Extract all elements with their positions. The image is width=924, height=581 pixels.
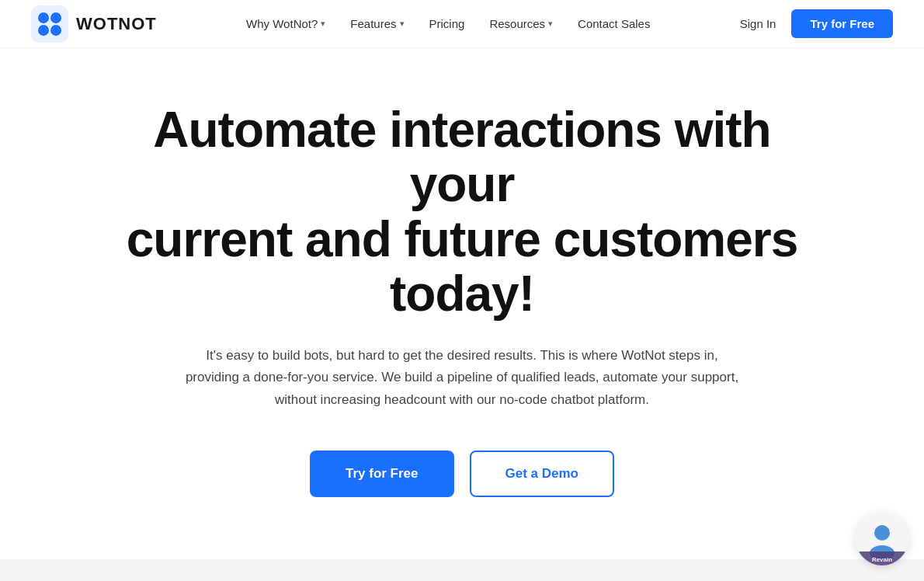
hero-content: Automate interactions with your current …: [74, 48, 850, 559]
svg-rect-0: [31, 5, 68, 43]
nav-right: Sign In Try for Free: [740, 9, 893, 38]
sign-in-button[interactable]: Sign In: [740, 17, 776, 30]
hero-title: Automate interactions with your current …: [105, 103, 819, 322]
hero-get-demo-button[interactable]: Get a Demo: [470, 451, 614, 497]
nav-features[interactable]: Features ▾: [350, 17, 404, 30]
hero-buttons: Try for Free Get a Demo: [310, 451, 614, 497]
nav-resources[interactable]: Resources ▾: [489, 17, 553, 30]
trusted-section: Trusted by 3000+ businesses UofC CREST U…: [0, 559, 924, 581]
svg-point-1: [38, 12, 49, 23]
nav-links: Why WotNot? ▾ Features ▾ Pricing Resourc…: [246, 17, 650, 30]
svg-point-4: [50, 25, 61, 36]
chevron-down-icon: ▾: [548, 19, 553, 29]
revain-badge[interactable]: Revain: [856, 513, 908, 565]
logo[interactable]: WOTNOT: [31, 5, 157, 43]
svg-point-2: [50, 12, 61, 23]
hero-section: Automate interactions with your current …: [0, 48, 924, 559]
chevron-down-icon: ▾: [321, 19, 325, 29]
revain-icon: Revain: [856, 513, 908, 565]
nav-try-free-button[interactable]: Try for Free: [791, 9, 893, 38]
svg-point-31: [874, 525, 890, 541]
nav-why-wotnot[interactable]: Why WotNot? ▾: [246, 17, 325, 30]
nav-contact-sales[interactable]: Contact Sales: [578, 17, 650, 30]
hero-try-free-button[interactable]: Try for Free: [310, 451, 454, 497]
svg-text:Revain: Revain: [872, 556, 892, 563]
logo-text: WOTNOT: [76, 14, 157, 34]
chevron-down-icon: ▾: [400, 19, 405, 29]
hero-subtitle: It's easy to build bots, but hard to get…: [182, 345, 742, 412]
navigation: WOTNOT Why WotNot? ▾ Features ▾ Pricing …: [0, 0, 924, 48]
wotnot-logo-icon: [31, 5, 68, 43]
svg-point-3: [38, 25, 49, 36]
nav-pricing[interactable]: Pricing: [429, 17, 465, 30]
